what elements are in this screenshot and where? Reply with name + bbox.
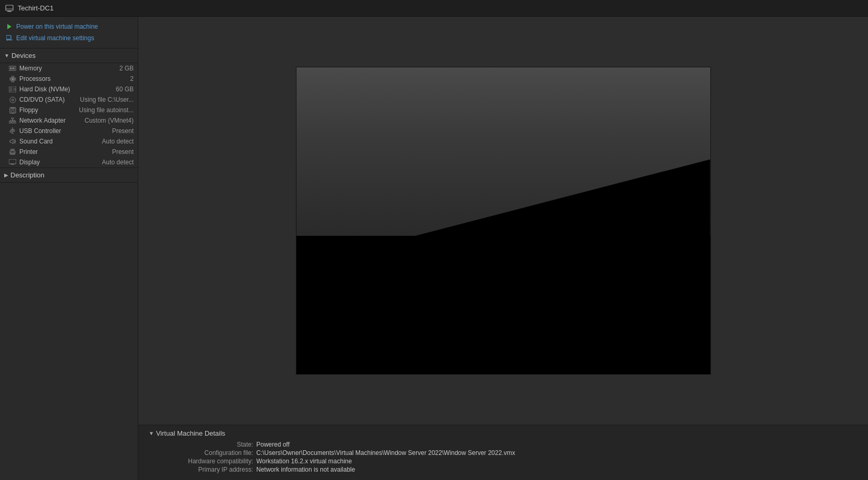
vm-detail-config: Configuration file: C:\Users\Owner\Docum… (149, 449, 858, 457)
devices-list: Memory 2 GB (0, 63, 138, 167)
usb-icon (8, 127, 17, 135)
device-row-harddisk[interactable]: Hard Disk (NVMe) 60 GB (0, 84, 138, 94)
svg-rect-4 (6, 35, 11, 39)
edit-settings-action[interactable]: Edit virtual machine settings (5, 32, 133, 44)
content-area: ▼ Virtual Machine Details State: Powered… (138, 17, 868, 480)
device-row-sound[interactable]: Sound Card Auto detect (0, 136, 138, 147)
edit-settings-label: Edit virtual machine settings (16, 34, 94, 42)
cdrom-icon (8, 95, 17, 104)
vm-detail-ip: Primary IP address: Network information … (149, 465, 858, 474)
svg-rect-51 (10, 149, 15, 151)
actions-section: Power on this virtual machine Edit virtu… (0, 17, 138, 49)
vm-detail-hardware: Hardware compatibility: Workstation 16.2… (149, 457, 858, 465)
svg-marker-3 (7, 24, 11, 29)
vm-detail-state: State: Powered off (149, 440, 858, 449)
svg-rect-34 (11, 117, 14, 119)
svg-rect-12 (15, 67, 15, 69)
svg-point-24 (14, 88, 16, 90)
device-row-printer[interactable]: Printer Present (0, 147, 138, 157)
vm-detail-hardware-value: Workstation 16.2.x virtual machine (256, 458, 352, 465)
display-icon (8, 158, 17, 166)
power-on-label: Power on this virtual machine (16, 23, 98, 30)
vm-detail-config-value: C:\Users\Owner\Documents\Virtual Machine… (256, 449, 515, 457)
device-row-network[interactable]: Network Adapter Custom (VMnet4) (0, 115, 138, 126)
svg-rect-14 (11, 78, 14, 80)
processors-value: 2 (130, 75, 134, 82)
devices-triangle: ▼ (4, 53, 9, 58)
sound-label: Sound Card (19, 138, 100, 145)
title-bar: Techirt-DC1 (0, 0, 868, 17)
svg-rect-54 (9, 159, 16, 164)
device-row-usb[interactable]: USB Controller Present (0, 126, 138, 136)
app-icon (5, 4, 14, 13)
svg-marker-49 (10, 139, 13, 144)
vm-detail-state-label: State: (149, 441, 253, 448)
printer-label: Printer (19, 148, 110, 155)
harddisk-label: Hard Disk (NVMe) (19, 86, 114, 93)
vm-details-triangle: ▼ (149, 430, 154, 436)
svg-rect-11 (13, 67, 14, 69)
svg-rect-0 (6, 5, 13, 10)
device-row-display[interactable]: Display Auto detect (0, 157, 138, 167)
harddisk-value: 60 GB (116, 86, 134, 93)
main-layout: Power on this virtual machine Edit virtu… (0, 17, 868, 480)
description-label: Description (10, 171, 44, 179)
svg-rect-32 (11, 107, 15, 110)
network-icon (8, 116, 17, 125)
floppy-label: Floppy (19, 106, 77, 114)
vm-screen-bottom (296, 236, 710, 374)
disk-icon (8, 85, 17, 93)
vm-detail-ip-label: Primary IP address: (149, 466, 253, 473)
cddvd-value: Using file C:\User... (80, 96, 134, 103)
devices-label: Devices (11, 52, 35, 59)
memory-label: Memory (19, 65, 117, 72)
svg-rect-33 (11, 111, 14, 113)
device-row-processors[interactable]: Processors 2 (0, 74, 138, 84)
device-row-floppy[interactable]: Floppy Using file autoinst... (0, 105, 138, 115)
power-icon (5, 22, 14, 31)
sidebar: Power on this virtual machine Edit virtu… (0, 17, 138, 480)
floppy-icon (8, 106, 17, 114)
svg-point-48 (14, 130, 15, 131)
device-row-memory[interactable]: Memory 2 GB (0, 63, 138, 74)
device-row-cddvd[interactable]: CD/DVD (SATA) Using file C:\User... (0, 94, 138, 105)
vm-preview (138, 17, 868, 425)
display-value: Auto detect (102, 159, 134, 166)
svg-rect-37 (14, 122, 16, 123)
description-header[interactable]: ▶ Description (0, 168, 138, 183)
sound-value: Auto detect (102, 138, 134, 145)
printer-value: Present (112, 148, 134, 155)
memory-value: 2 GB (120, 65, 134, 72)
vm-detail-hardware-label: Hardware compatibility: (149, 458, 253, 465)
vm-detail-state-value: Powered off (256, 441, 290, 448)
vm-screen[interactable] (296, 67, 711, 375)
devices-section-header[interactable]: ▼ Devices (0, 49, 138, 63)
memory-icon (8, 64, 17, 73)
network-label: Network Adapter (19, 117, 82, 124)
cpu-icon (8, 75, 17, 83)
vm-details-section: ▼ Virtual Machine Details State: Powered… (138, 425, 868, 480)
svg-rect-36 (11, 122, 14, 123)
window-title: Techirt-DC1 (18, 4, 54, 12)
vm-detail-ip-value: Network information is not available (256, 466, 355, 473)
power-on-action[interactable]: Power on this virtual machine (5, 21, 133, 32)
edit-icon (5, 34, 14, 42)
printer-icon (8, 148, 17, 156)
svg-rect-10 (11, 67, 13, 69)
svg-rect-46 (10, 131, 12, 133)
svg-point-30 (12, 99, 13, 100)
vm-details-header[interactable]: ▼ Virtual Machine Details (149, 429, 858, 437)
display-label: Display (19, 159, 100, 166)
description-section: ▶ Description (0, 167, 138, 183)
svg-rect-35 (9, 122, 11, 123)
vm-details-label: Virtual Machine Details (156, 429, 225, 437)
floppy-value: Using file autoinst... (79, 106, 134, 114)
usb-label: USB Controller (19, 127, 110, 135)
sound-icon (8, 137, 17, 146)
vm-detail-config-label: Configuration file: (149, 449, 253, 457)
processors-label: Processors (19, 75, 128, 82)
description-triangle: ▶ (4, 172, 8, 178)
svg-rect-9 (10, 67, 11, 69)
cddvd-label: CD/DVD (SATA) (19, 96, 78, 103)
svg-rect-1 (7, 11, 11, 12)
